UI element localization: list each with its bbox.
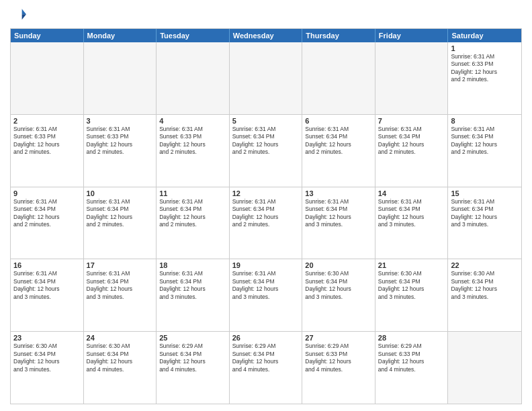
calendar: SundayMondayTuesdayWednesdayThursdayFrid…	[10, 28, 522, 404]
day-cell: 3Sunrise: 6:31 AM Sunset: 6:33 PM Daylig…	[84, 115, 157, 187]
day-cell: 21Sunrise: 6:30 AM Sunset: 6:34 PM Dayli…	[375, 259, 449, 331]
day-header-thursday: Thursday	[302, 29, 375, 42]
day-cell: 17Sunrise: 6:31 AM Sunset: 6:34 PM Dayli…	[84, 259, 157, 331]
day-number: 19	[232, 261, 300, 269]
day-number: 27	[305, 334, 372, 342]
day-number: 26	[232, 334, 300, 342]
day-cell: 12Sunrise: 6:31 AM Sunset: 6:34 PM Dayli…	[230, 187, 303, 259]
day-cell: 15Sunrise: 6:31 AM Sunset: 6:34 PM Dayli…	[448, 187, 521, 259]
day-number: 9	[13, 189, 81, 197]
day-cell	[302, 42, 375, 114]
week-row-1: 2Sunrise: 6:31 AM Sunset: 6:33 PM Daylig…	[11, 114, 521, 187]
day-info: Sunrise: 6:31 AM Sunset: 6:34 PM Dayligh…	[305, 126, 372, 156]
day-info: Sunrise: 6:31 AM Sunset: 6:34 PM Dayligh…	[87, 270, 154, 301]
day-number: 6	[305, 117, 372, 125]
day-info: Sunrise: 6:30 AM Sunset: 6:34 PM Dayligh…	[13, 342, 81, 373]
day-cell	[84, 42, 157, 114]
day-info: Sunrise: 6:31 AM Sunset: 6:34 PM Dayligh…	[13, 198, 81, 229]
day-info: Sunrise: 6:31 AM Sunset: 6:34 PM Dayligh…	[13, 270, 81, 301]
day-cell: 26Sunrise: 6:29 AM Sunset: 6:34 PM Dayli…	[230, 332, 303, 404]
day-number: 24	[87, 334, 154, 342]
day-number: 21	[378, 261, 445, 269]
day-info: Sunrise: 6:29 AM Sunset: 6:33 PM Dayligh…	[378, 342, 445, 373]
week-row-2: 9Sunrise: 6:31 AM Sunset: 6:34 PM Daylig…	[11, 187, 521, 259]
day-cell: 4Sunrise: 6:31 AM Sunset: 6:33 PM Daylig…	[157, 115, 230, 187]
week-row-4: 23Sunrise: 6:30 AM Sunset: 6:34 PM Dayli…	[11, 331, 521, 404]
day-header-friday: Friday	[375, 29, 449, 42]
day-info: Sunrise: 6:30 AM Sunset: 6:34 PM Dayligh…	[378, 270, 445, 301]
day-info: Sunrise: 6:31 AM Sunset: 6:33 PM Dayligh…	[13, 126, 81, 156]
day-cell: 23Sunrise: 6:30 AM Sunset: 6:34 PM Dayli…	[11, 332, 84, 404]
day-info: Sunrise: 6:31 AM Sunset: 6:33 PM Dayligh…	[451, 53, 519, 84]
day-cell: 7Sunrise: 6:31 AM Sunset: 6:34 PM Daylig…	[375, 115, 449, 187]
day-number: 11	[159, 189, 226, 197]
day-cell: 22Sunrise: 6:30 AM Sunset: 6:34 PM Dayli…	[448, 259, 521, 331]
day-cell: 20Sunrise: 6:30 AM Sunset: 6:34 PM Dayli…	[302, 259, 375, 331]
day-header-sunday: Sunday	[11, 29, 84, 42]
day-number: 10	[87, 189, 154, 197]
day-cell	[448, 332, 521, 404]
day-number: 18	[159, 261, 226, 269]
day-number: 28	[378, 334, 445, 342]
day-cell	[157, 42, 230, 114]
day-cell: 13Sunrise: 6:31 AM Sunset: 6:34 PM Dayli…	[302, 187, 375, 259]
day-headers: SundayMondayTuesdayWednesdayThursdayFrid…	[11, 29, 521, 42]
day-number: 23	[13, 334, 81, 342]
logo	[10, 7, 29, 23]
day-info: Sunrise: 6:31 AM Sunset: 6:34 PM Dayligh…	[159, 270, 226, 301]
week-row-0: 1Sunrise: 6:31 AM Sunset: 6:33 PM Daylig…	[11, 42, 521, 114]
day-cell: 10Sunrise: 6:31 AM Sunset: 6:34 PM Dayli…	[84, 187, 157, 259]
day-number: 7	[378, 117, 445, 125]
weeks: 1Sunrise: 6:31 AM Sunset: 6:33 PM Daylig…	[11, 42, 521, 404]
day-info: Sunrise: 6:31 AM Sunset: 6:33 PM Dayligh…	[87, 126, 154, 156]
day-number: 3	[87, 117, 154, 125]
day-cell: 25Sunrise: 6:29 AM Sunset: 6:34 PM Dayli…	[157, 332, 230, 404]
day-info: Sunrise: 6:31 AM Sunset: 6:34 PM Dayligh…	[451, 126, 519, 156]
day-number: 8	[451, 117, 519, 125]
day-cell: 9Sunrise: 6:31 AM Sunset: 6:34 PM Daylig…	[11, 187, 84, 259]
svg-marker-0	[22, 9, 26, 14]
day-number: 5	[232, 117, 300, 125]
day-info: Sunrise: 6:31 AM Sunset: 6:34 PM Dayligh…	[232, 270, 300, 301]
day-number: 17	[87, 261, 154, 269]
day-number: 25	[159, 334, 226, 342]
day-cell: 18Sunrise: 6:31 AM Sunset: 6:34 PM Dayli…	[157, 259, 230, 331]
day-header-tuesday: Tuesday	[157, 29, 230, 42]
day-info: Sunrise: 6:30 AM Sunset: 6:34 PM Dayligh…	[451, 270, 519, 301]
day-cell: 2Sunrise: 6:31 AM Sunset: 6:33 PM Daylig…	[11, 115, 84, 187]
day-number: 22	[451, 261, 519, 269]
day-info: Sunrise: 6:31 AM Sunset: 6:34 PM Dayligh…	[378, 198, 445, 229]
day-header-monday: Monday	[84, 29, 157, 42]
day-cell	[11, 42, 84, 114]
day-cell: 24Sunrise: 6:30 AM Sunset: 6:34 PM Dayli…	[84, 332, 157, 404]
day-number: 15	[451, 189, 519, 197]
day-number: 4	[159, 117, 226, 125]
day-cell: 8Sunrise: 6:31 AM Sunset: 6:34 PM Daylig…	[448, 115, 521, 187]
day-number: 12	[232, 189, 300, 197]
day-info: Sunrise: 6:30 AM Sunset: 6:34 PM Dayligh…	[87, 342, 154, 373]
day-info: Sunrise: 6:30 AM Sunset: 6:34 PM Dayligh…	[305, 270, 372, 301]
day-info: Sunrise: 6:29 AM Sunset: 6:34 PM Dayligh…	[232, 342, 300, 373]
day-number: 1	[451, 44, 519, 52]
day-number: 14	[378, 189, 445, 197]
day-info: Sunrise: 6:31 AM Sunset: 6:34 PM Dayligh…	[232, 126, 300, 156]
logo-icon	[10, 7, 26, 23]
day-cell: 11Sunrise: 6:31 AM Sunset: 6:34 PM Dayli…	[157, 187, 230, 259]
day-info: Sunrise: 6:29 AM Sunset: 6:34 PM Dayligh…	[159, 342, 226, 373]
day-number: 16	[13, 261, 81, 269]
day-info: Sunrise: 6:31 AM Sunset: 6:34 PM Dayligh…	[305, 198, 372, 229]
day-info: Sunrise: 6:31 AM Sunset: 6:33 PM Dayligh…	[159, 126, 226, 156]
day-info: Sunrise: 6:31 AM Sunset: 6:34 PM Dayligh…	[159, 198, 226, 229]
day-number: 2	[13, 117, 81, 125]
day-number: 20	[305, 261, 372, 269]
day-cell	[230, 42, 303, 114]
day-cell: 28Sunrise: 6:29 AM Sunset: 6:33 PM Dayli…	[375, 332, 449, 404]
day-cell	[375, 42, 449, 114]
day-info: Sunrise: 6:31 AM Sunset: 6:34 PM Dayligh…	[232, 198, 300, 229]
day-cell: 6Sunrise: 6:31 AM Sunset: 6:34 PM Daylig…	[302, 115, 375, 187]
day-info: Sunrise: 6:31 AM Sunset: 6:34 PM Dayligh…	[87, 198, 154, 229]
day-info: Sunrise: 6:29 AM Sunset: 6:33 PM Dayligh…	[305, 342, 372, 373]
day-info: Sunrise: 6:31 AM Sunset: 6:34 PM Dayligh…	[378, 126, 445, 156]
page: SundayMondayTuesdayWednesdayThursdayFrid…	[0, 0, 532, 411]
day-info: Sunrise: 6:31 AM Sunset: 6:34 PM Dayligh…	[451, 198, 519, 229]
